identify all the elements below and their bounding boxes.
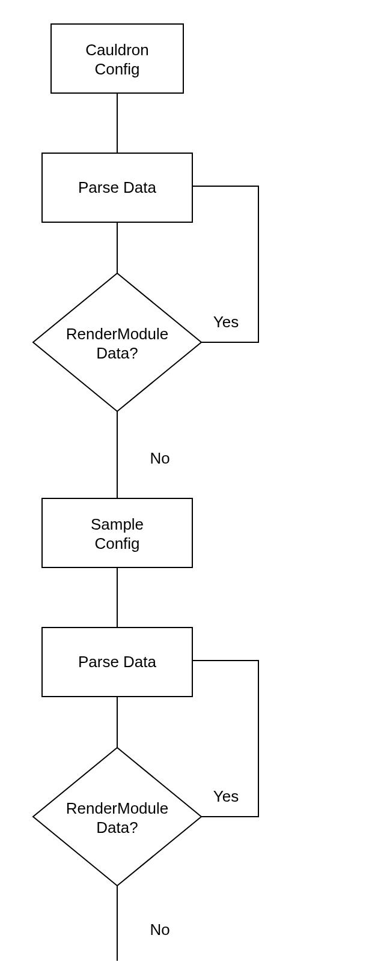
node-sample-config: Sample Config [42, 498, 192, 567]
node-cauldron-config: Cauldron Config [51, 24, 183, 93]
node-label: RenderModule [66, 325, 169, 343]
node-label: Cauldron [85, 41, 149, 59]
edge-label-yes: Yes [213, 787, 239, 805]
node-label: Parse Data [78, 178, 157, 196]
node-decision-rendermodule-2: RenderModule Data? [33, 748, 201, 886]
node-decision-rendermodule-1: RenderModule Data? [33, 273, 201, 411]
node-label: Sample [91, 515, 144, 533]
node-parse-data-1: Parse Data [42, 153, 192, 222]
node-label: Data? [96, 818, 138, 836]
edge-label-yes: Yes [213, 313, 239, 331]
node-label: Config [94, 534, 139, 552]
flowchart-canvas: Cauldron Config Parse Data RenderModule … [0, 0, 369, 980]
node-label: RenderModule [66, 799, 169, 817]
edge-label-no: No [150, 921, 169, 939]
node-label: Parse Data [78, 653, 157, 671]
node-label: Data? [96, 344, 138, 362]
node-parse-data-2: Parse Data [42, 628, 192, 697]
node-label: Config [94, 60, 139, 78]
edge-label-no: No [150, 449, 169, 467]
